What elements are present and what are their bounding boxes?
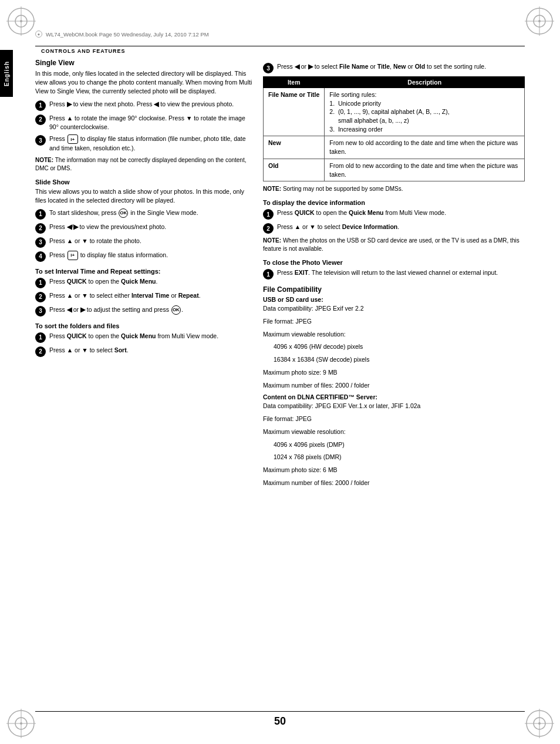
corner-decoration-tr [523, 5, 555, 37]
step-sv-2-text: Press ▲ to rotate the image 90° clockwis… [49, 114, 252, 132]
step-number-it1: 1 [35, 278, 46, 288]
dlna-label: Content on DLNA CERTIFIED™ Server: [263, 393, 525, 400]
sort-title: To sort the folders and files [35, 322, 252, 329]
step-ss-1-text: To start slideshow, press OK in the Sing… [49, 208, 252, 218]
dlna-line-6: Maximum photo size: 6 MB [263, 466, 525, 475]
step-ss-4: 4 Press i+ to display file status inform… [35, 251, 252, 262]
single-view-title: Single View [35, 59, 252, 67]
step-sv-3-text: Press i+ to display file status informat… [49, 134, 252, 153]
step-sf-2-text: Press ▲ or ▼ to select Sort. [49, 346, 252, 355]
usb-line-4: 4096 x 4096 (HW decode) pixels [263, 342, 525, 352]
step-it-3-text: Press ◀ or ▶ to adjust the setting and p… [49, 305, 252, 315]
step-ss-3: 3 Press ▲ or ▼ to rotate the photo. [35, 237, 252, 248]
step-sf-2: 2 Press ▲ or ▼ to select Sort. [35, 346, 252, 357]
sidebar-language-tab: English [0, 50, 13, 97]
svg-point-19 [538, 722, 541, 725]
step-sf-1: 1 Press QUICK to open the Quick Menu fro… [35, 332, 252, 343]
step-number-di1: 1 [263, 209, 274, 220]
step-number-ss4: 4 [35, 251, 46, 262]
step-di-2-text: Press ▲ or ▼ to select Device Informatio… [277, 223, 525, 231]
table-cell-item-old: Old [264, 159, 325, 181]
step-cp-1: 1 Press EXIT. The television will return… [263, 268, 525, 280]
dlna-line-4: 4096 x 4096 pixels (DMP) [263, 440, 525, 450]
step-number-it3: 3 [35, 306, 46, 317]
step-ss-2-text: Press ◀/▶ to view the previous/next phot… [49, 223, 252, 231]
top-divider [35, 46, 525, 46]
step-it-1: 1 Press QUICK to open the Quick Menu. [35, 277, 252, 288]
step-ss-3-text: Press ▲ or ▼ to rotate the photo. [49, 237, 252, 245]
table-cell-desc-new: From new to old according to the date an… [325, 136, 525, 159]
slide-show-title: Slide Show [35, 179, 252, 186]
note-device-info: NOTE: When the photos on the USB or SD c… [263, 237, 525, 253]
step-sv-2: 2 Press ▲ to rotate the image 90° clockw… [35, 114, 252, 132]
usb-line-6: Maximum photo size: 9 MB [263, 368, 525, 378]
iplus-icon-ss: i+ [68, 251, 78, 260]
close-photo-title: To close the Photo Viewer [263, 259, 525, 266]
dlna-line-1: Data compatibility: JPEG EXIF Ver.1.x or… [263, 402, 525, 411]
sorting-table: Item Description File Name or Title File… [263, 76, 525, 181]
table-cell-item-filename: File Name or Title [264, 88, 325, 136]
step-sort-3: 3 Press ◀ or ▶ to select File Name or Ti… [263, 62, 525, 73]
table-row: New From new to old according to the dat… [264, 136, 525, 159]
step-number-ss3: 3 [35, 237, 46, 248]
ok-icon: OK [119, 208, 128, 218]
step-number-sort3: 3 [263, 63, 274, 73]
page-number: 50 [274, 715, 286, 728]
step-ss-1: 1 To start slideshow, press OK in the Si… [35, 208, 252, 220]
right-column: 3 Press ◀ or ▶ to select File Name or Ti… [263, 59, 525, 709]
step-di-1: 1 Press QUICK to open the Quick Menu fro… [263, 208, 525, 220]
page-header: WL74_WebOM.book Page 50 Wednesday, July … [35, 31, 525, 38]
step-number-sf2: 2 [35, 346, 46, 357]
single-view-note: NOTE: The information may not be correct… [35, 156, 252, 173]
dlna-line-2: File format: JPEG [263, 415, 525, 424]
bottom-divider [35, 711, 525, 712]
ok-icon-it: OK [171, 305, 181, 315]
svg-point-4 [20, 20, 22, 22]
iplus-icon: i+ [68, 134, 78, 144]
table-cell-desc-old: From old to new according to the date an… [325, 159, 525, 181]
step-it-2: 2 Press ▲ or ▼ to select either Interval… [35, 291, 252, 302]
dlna-line-5: 1024 x 768 pixels (DMR) [263, 453, 525, 462]
dlna-line-7: Maximum number of files: 2000 / folder [263, 479, 525, 488]
left-column: Single View In this mode, only files loc… [35, 59, 252, 709]
step-number-di2: 2 [263, 223, 274, 234]
step-number-1: 1 [35, 100, 46, 111]
step-sv-1: 1 Press ▶ to view the next photo. Press … [35, 100, 252, 111]
step-it-3: 3 Press ◀ or ▶ to adjust the setting and… [35, 305, 252, 317]
note-sorting: NOTE: Sorting may not be supported by so… [263, 185, 525, 193]
step-number-ss1: 1 [35, 209, 46, 220]
step-sv-1-text: Press ▶ to view the next photo. Press ◀ … [49, 100, 252, 109]
step-number-2: 2 [35, 115, 46, 125]
section-header: CONTROLS AND FEATURES [41, 48, 126, 54]
step-ss-4-text: Press i+ to display file status informat… [49, 251, 252, 260]
usb-line-3: Maximum viewable resolution: [263, 330, 525, 339]
step-it-2-text: Press ▲ or ▼ to select either Interval T… [49, 291, 252, 300]
usb-label: USB or SD card use: [263, 296, 525, 303]
step-cp-1-text: Press EXIT. The television will return t… [277, 268, 525, 277]
step-number-cp1: 1 [263, 269, 274, 280]
svg-point-14 [20, 722, 22, 725]
usb-line-7: Maximum number of files: 2000 / folder [263, 381, 525, 390]
step-sv-3: 3 Press i+ to display file status inform… [35, 134, 252, 153]
table-row: Old From old to new according to the dat… [264, 159, 525, 181]
corner-decoration-bl [5, 707, 37, 739]
step-ss-2: 2 Press ◀/▶ to view the previous/next ph… [35, 223, 252, 234]
step-di-2: 2 Press ▲ or ▼ to select Device Informat… [263, 223, 525, 234]
usb-line-5: 16384 x 16384 (SW decode) pixels [263, 355, 525, 365]
file-compat-title: File Compatibility [263, 285, 525, 294]
single-view-intro: In this mode, only files located in the … [35, 69, 252, 96]
step-it-1-text: Press QUICK to open the Quick Menu. [49, 277, 252, 286]
device-info-title: To display the device information [263, 199, 525, 206]
main-content: Single View In this mode, only files loc… [35, 59, 525, 709]
header-text: WL74_WebOM.book Page 50 Wednesday, July … [46, 31, 209, 38]
dlna-line-3: Maximum viewable resolution: [263, 427, 525, 437]
corner-decoration-br [523, 707, 555, 739]
svg-point-9 [538, 20, 541, 22]
header-crosshair-icon [35, 31, 42, 38]
table-cell-desc-filename: File sorting rules: 1. Unicode priority … [325, 88, 525, 136]
usb-line-1: Data compatibility: JPEG Exif ver 2.2 [263, 304, 525, 314]
step-sort-3-text: Press ◀ or ▶ to select File Name or Titl… [277, 62, 525, 71]
step-number-sf1: 1 [35, 332, 46, 343]
step-number-it2: 2 [35, 292, 46, 302]
step-sf-1-text: Press QUICK to open the Quick Menu from … [49, 332, 252, 341]
